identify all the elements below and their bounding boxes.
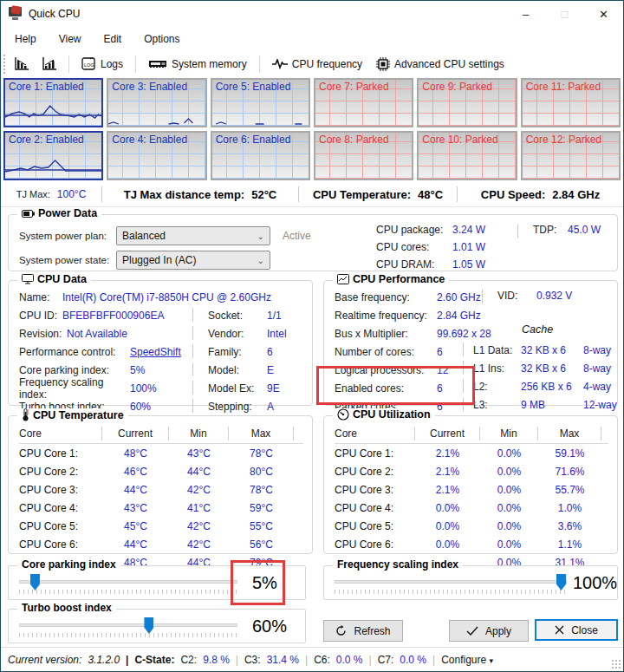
frequency-scaling-slider-title: Frequency scaling index bbox=[333, 558, 463, 571]
menu-help[interactable]: Help bbox=[15, 33, 36, 45]
maximize-button: □ bbox=[545, 1, 584, 27]
table-row: CPU Core 4:43°C41°C59°C bbox=[19, 499, 303, 517]
core-graph-12: Core 12: Parked bbox=[521, 131, 621, 180]
realtime-frequency-row: Realtime frequency:2.84 GHz bbox=[335, 306, 491, 324]
turbo-boost-slider-title: Turbo boost index bbox=[17, 602, 116, 614]
temperature-table-header: Core Current Min Max bbox=[19, 423, 303, 444]
bus-multiplier-row: Bus x Multiplier:99.692 x 28 bbox=[335, 324, 491, 343]
cpu-data-title: CPU Data bbox=[17, 273, 91, 285]
cpu-frequency-button[interactable]: CPU frequency bbox=[265, 55, 369, 74]
cpu-temperature-title: CPU Temperature bbox=[17, 408, 128, 421]
chart-ascending-icon bbox=[42, 57, 56, 70]
chart-ascending-button[interactable] bbox=[36, 54, 63, 74]
power-plan-label: System power plan: bbox=[19, 231, 116, 241]
table-row: CPU Core 5:0.0%0.0%3.6% bbox=[335, 517, 608, 535]
svg-text:LOG: LOG bbox=[84, 62, 94, 68]
table-row: CPU Core 3:44°C42°C78°C bbox=[19, 480, 303, 499]
tj-max-value: 100°C bbox=[57, 188, 87, 200]
table-row: CPU Core 1:2.1%0.0%59.1% bbox=[335, 444, 608, 462]
battery-icon bbox=[22, 210, 35, 218]
core-graph-6: Core 6: Enabled bbox=[211, 131, 310, 180]
cpu-cores-power: CPU cores:1.01 W bbox=[376, 241, 485, 253]
cstate-label: C-State: bbox=[134, 654, 174, 666]
speedshift-link[interactable]: SpeedShift bbox=[130, 346, 181, 358]
statusbar: Current version: 3.1.2.0 | C-State: C2: … bbox=[1, 647, 623, 671]
utilization-table-header: Core Current Min Max bbox=[335, 423, 608, 444]
logs-button[interactable]: LOG Logs bbox=[75, 54, 130, 75]
status-row: TJ Max: 100°C TJ Max distance temp: 52°C… bbox=[1, 182, 623, 207]
system-memory-button[interactable]: System memory bbox=[141, 55, 254, 74]
cpu-package-power: CPU package:3.24 W bbox=[376, 224, 485, 236]
toolbar-separator bbox=[135, 55, 136, 73]
core-graph-7: Core 7: Parked bbox=[314, 78, 413, 127]
core-graph-3: Core 3: Enabled bbox=[107, 78, 206, 127]
gauge-icon bbox=[337, 408, 349, 421]
frequency-scaling-slider-thumb[interactable] bbox=[556, 574, 566, 590]
turbo-boost-slider-track[interactable] bbox=[19, 623, 237, 627]
configure-menu[interactable]: Configure ▾ bbox=[441, 654, 493, 666]
tj-max-readout: TJ Max: 100°C bbox=[1, 182, 101, 206]
power-data-group: Power Data System power plan: Balanced ⌄… bbox=[8, 214, 618, 271]
cpu-performance-title: CPU Performance bbox=[333, 273, 449, 285]
menu-view[interactable]: View bbox=[59, 33, 81, 45]
power-plan-active-status: Active bbox=[283, 230, 311, 242]
l1-data-row: L1 Data:32 KB x 68-way bbox=[473, 341, 617, 359]
power-state-label: System power state: bbox=[19, 255, 116, 265]
chart-descending-button[interactable] bbox=[8, 54, 36, 74]
version-value: 3.1.2.0 bbox=[88, 654, 120, 666]
menu-options[interactable]: Options bbox=[144, 33, 179, 45]
app-window: Quick CPU – □ ✕ Help View Edit Options L bbox=[0, 0, 624, 672]
close-x-icon bbox=[555, 625, 564, 635]
menu-edit[interactable]: Edit bbox=[103, 33, 121, 45]
core-parking-slider-thumb[interactable] bbox=[30, 574, 40, 590]
advanced-cpu-settings-button[interactable]: Advanced CPU settings bbox=[369, 54, 511, 75]
table-row: CPU Core 3:2.1%0.0%55.7% bbox=[335, 480, 608, 499]
advanced-cpu-settings-label: Advanced CPU settings bbox=[394, 58, 504, 70]
logs-label: Logs bbox=[101, 58, 123, 70]
vendor-row: Vendor:Intel bbox=[208, 324, 287, 343]
cache-heading: Cache bbox=[522, 323, 553, 336]
core-parking-slider-track[interactable] bbox=[19, 580, 237, 584]
cpu-id-row: CPU ID:BFEBFBFF000906EA bbox=[19, 306, 181, 324]
frequency-scaling-slider-group: Frequency scaling index 100% bbox=[323, 565, 618, 600]
cpu-temperature-value: 48°C bbox=[418, 188, 443, 201]
table-row: CPU Core 6:44°C42°C56°C bbox=[19, 535, 303, 553]
chevron-down-icon: ▾ bbox=[490, 656, 494, 665]
check-icon bbox=[466, 626, 478, 636]
thermometer-icon bbox=[22, 408, 29, 421]
chart-descending-icon bbox=[15, 57, 29, 70]
chevron-down-icon: ⌄ bbox=[257, 232, 264, 241]
close-window-button[interactable]: ✕ bbox=[584, 1, 623, 27]
logs-icon: LOG bbox=[81, 57, 96, 71]
turbo-boost-value: 60% bbox=[252, 617, 287, 636]
core-graph-11: Core 11: Parked bbox=[521, 78, 621, 127]
pulse-icon bbox=[272, 59, 288, 69]
c6-value: 0.0 % bbox=[336, 654, 363, 666]
refresh-button[interactable]: Refresh bbox=[323, 620, 403, 642]
apply-button[interactable]: Apply bbox=[449, 620, 529, 642]
power-data-title: Power Data bbox=[17, 207, 101, 219]
system-memory-label: System memory bbox=[172, 58, 247, 70]
menubar: Help View Edit Options bbox=[1, 27, 623, 50]
core-graphs-grid: Core 1: Enabled Core 3: Enabled Core 5: … bbox=[3, 78, 621, 180]
frequency-scaling-value: 100% bbox=[573, 573, 617, 593]
cpu-speed-value: 2.84 GHz bbox=[552, 188, 600, 201]
core-graph-4: Core 4: Enabled bbox=[107, 131, 206, 180]
annotation-highlight-enabled-parked-cores bbox=[316, 366, 475, 405]
memory-icon bbox=[148, 59, 167, 69]
core-graph-10: Core 10: Parked bbox=[417, 131, 517, 180]
power-state-select[interactable]: Plugged In (AC) ⌄ bbox=[116, 251, 270, 270]
resize-grip[interactable] bbox=[611, 659, 621, 669]
tj-distance-readout: TJ Max distance temp: 52°C bbox=[102, 182, 298, 206]
power-plan-select[interactable]: Balanced ⌄ bbox=[116, 226, 270, 245]
minimize-button[interactable]: – bbox=[506, 1, 545, 27]
base-frequency-row: Base frequency:2.60 GHz bbox=[335, 288, 491, 306]
core-activity-sparkline bbox=[5, 156, 101, 179]
turbo-boost-slider-thumb[interactable] bbox=[144, 617, 153, 634]
tj-distance-value: 52°C bbox=[251, 188, 276, 201]
frequency-scaling-slider-track[interactable] bbox=[335, 580, 567, 584]
table-row: CPU Core 2:46°C44°C80°C bbox=[19, 462, 303, 480]
computer-icon bbox=[22, 274, 34, 284]
close-button[interactable]: Close bbox=[535, 619, 618, 641]
refresh-icon bbox=[335, 625, 347, 636]
